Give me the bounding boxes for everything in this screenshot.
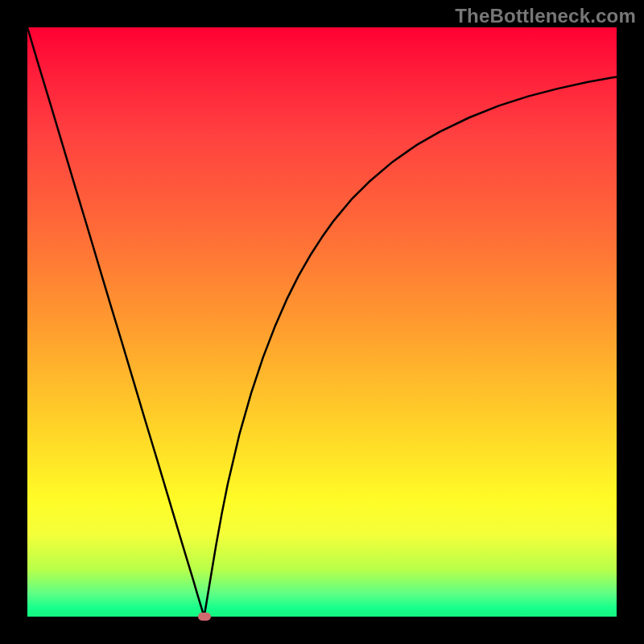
minimum-marker <box>198 613 211 621</box>
bottleneck-curve <box>27 27 617 617</box>
chart-frame: TheBottleneck.com <box>0 0 644 644</box>
plot-area <box>27 27 617 617</box>
watermark-text: TheBottleneck.com <box>455 5 636 27</box>
